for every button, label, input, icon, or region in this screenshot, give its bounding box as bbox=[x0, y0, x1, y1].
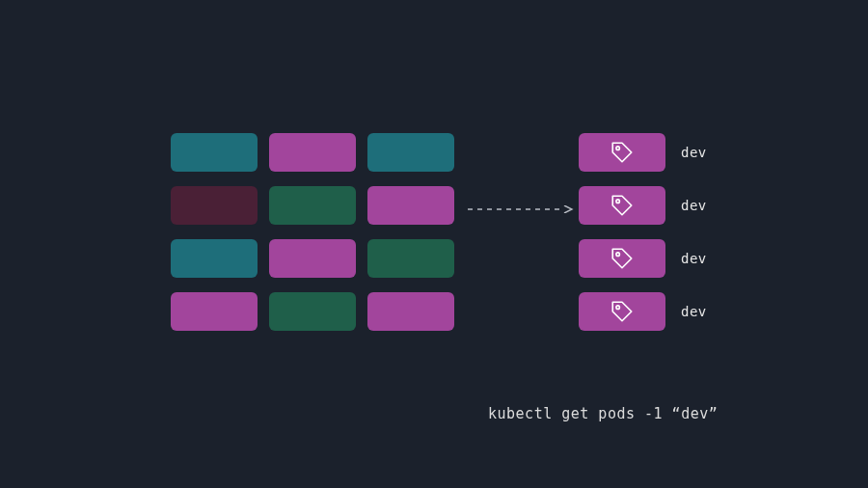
tag-icon bbox=[610, 140, 635, 165]
svg-point-1 bbox=[616, 147, 619, 149]
tag-icon bbox=[610, 246, 635, 271]
tagged-pod-row: dev bbox=[579, 239, 707, 278]
pod-grid bbox=[171, 133, 454, 331]
pod-cell bbox=[171, 186, 258, 225]
tagged-pod bbox=[579, 133, 665, 172]
tag-icon bbox=[610, 193, 635, 218]
pod-cell bbox=[367, 186, 454, 225]
tag-icon bbox=[610, 299, 635, 324]
pod-cell bbox=[171, 133, 258, 172]
tagged-pod bbox=[579, 292, 665, 331]
pod-cell bbox=[171, 239, 258, 278]
tagged-pod-row: dev bbox=[579, 186, 707, 225]
svg-point-3 bbox=[616, 253, 619, 256]
pod-cell bbox=[367, 292, 454, 331]
command-text: kubectl get pods -1 “dev” bbox=[488, 405, 718, 422]
pod-cell bbox=[269, 292, 356, 331]
tagged-pod bbox=[579, 239, 665, 278]
tag-label: dev bbox=[681, 304, 707, 319]
tag-label: dev bbox=[681, 251, 707, 266]
tag-label: dev bbox=[681, 145, 707, 160]
tag-label: dev bbox=[681, 198, 707, 213]
filtered-pods-column: dev dev dev bbox=[579, 133, 707, 331]
pod-cell bbox=[367, 133, 454, 172]
pod-cell bbox=[269, 239, 356, 278]
tagged-pod-row: dev bbox=[579, 133, 707, 172]
pod-cell bbox=[171, 292, 258, 331]
pod-cell bbox=[269, 133, 356, 172]
dashed-arrow-icon bbox=[468, 205, 574, 207]
pod-cell bbox=[269, 186, 356, 225]
tagged-pod-row: dev bbox=[579, 292, 707, 331]
svg-point-2 bbox=[616, 200, 619, 203]
tagged-pod bbox=[579, 186, 665, 225]
pod-cell bbox=[367, 239, 454, 278]
svg-point-4 bbox=[616, 306, 619, 309]
